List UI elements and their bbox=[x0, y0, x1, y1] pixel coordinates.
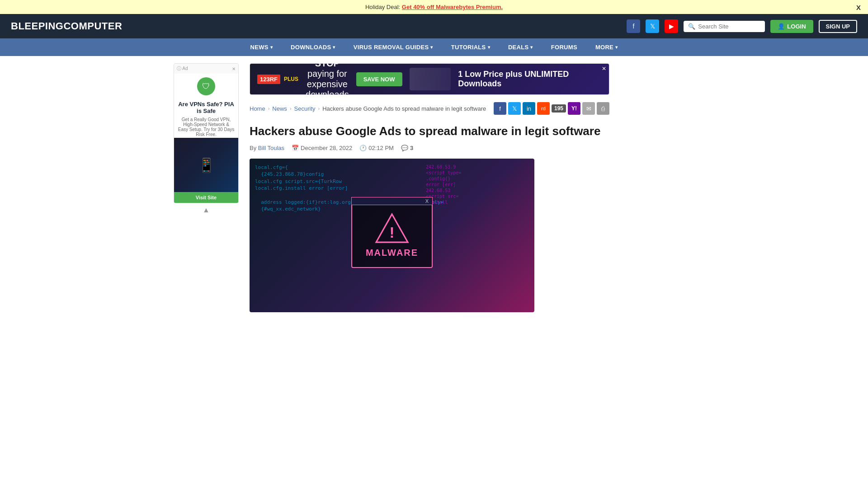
breadcrumb-arrow-3: › bbox=[318, 106, 320, 111]
article-title: Hackers abuse Google Ads to spread malwa… bbox=[250, 124, 609, 139]
right-sidebar bbox=[617, 56, 698, 327]
comments-count: 3 bbox=[410, 145, 413, 151]
nav-label-forums: FORUMS bbox=[551, 44, 577, 51]
share-count: 195 bbox=[552, 104, 566, 113]
banner-save-button[interactable]: SAVE NOW bbox=[356, 72, 402, 86]
ad-shield-icon: 🛡 bbox=[197, 77, 215, 95]
malware-box: X ! MALWARE bbox=[351, 202, 433, 268]
breadcrumb-share-row: Home › News › Security › Hackers abuse G… bbox=[250, 102, 609, 120]
share-twitter-button[interactable]: 𝕏 bbox=[508, 102, 521, 115]
scroll-top-button[interactable]: ▲ bbox=[174, 203, 239, 217]
site-logo[interactable]: BLEEPINGCOMPUTER bbox=[11, 20, 122, 32]
youtube-icon[interactable]: ▶ bbox=[665, 19, 678, 33]
breadcrumb-news[interactable]: News bbox=[272, 105, 287, 112]
code-overlay-right: 242.68.53.9 <script type= .config{} erro… bbox=[420, 159, 534, 211]
article-hero-image: local.cfg={ {245.23.868.78}config local.… bbox=[250, 159, 534, 312]
left-ad: ⓘ Ad ✕ 🛡 Are VPNs Safe? PIA is Safe Get … bbox=[174, 63, 239, 203]
ad-header: ⓘ Ad ✕ bbox=[174, 64, 238, 74]
ad-visit-button[interactable]: Visit Site bbox=[174, 192, 238, 203]
share-email-button[interactable]: ✉ bbox=[582, 102, 595, 115]
nav-arrow-news: ▾ bbox=[270, 45, 273, 50]
author-link[interactable]: Bill Toulas bbox=[258, 145, 284, 151]
main-nav: NEWS ▾ DOWNLOADS ▾ VIRUS REMOVAL GUIDES … bbox=[0, 38, 868, 56]
nav-label-virus-removal: VIRUS REMOVAL GUIDES bbox=[354, 44, 429, 51]
breadcrumb-home[interactable]: Home bbox=[250, 105, 265, 112]
date-text: December 28, 2022 bbox=[301, 145, 352, 151]
malware-box-header: X bbox=[351, 197, 433, 205]
main-content: 123RF PLUS STOP paying for expensive dow… bbox=[242, 56, 617, 327]
article-author: By Bill Toulas bbox=[250, 145, 284, 151]
search-icon: 🔍 bbox=[688, 23, 695, 30]
holiday-banner: Holiday Deal: Get 40% off Malwarebytes P… bbox=[0, 0, 868, 14]
date-icon: 📅 bbox=[292, 145, 299, 151]
svg-text:!: ! bbox=[390, 224, 395, 241]
nav-item-forums[interactable]: FORUMS bbox=[542, 38, 586, 56]
twitter-icon[interactable]: 𝕏 bbox=[646, 19, 659, 33]
comments-icon: 💬 bbox=[401, 145, 408, 151]
ad-label: ⓘ Ad bbox=[177, 66, 188, 72]
banner-close-icon[interactable]: ✕ bbox=[602, 66, 606, 72]
warning-triangle-icon: ! bbox=[374, 212, 410, 244]
content-wrapper: ⓘ Ad ✕ 🛡 Are VPNs Safe? PIA is Safe Get … bbox=[163, 56, 705, 327]
share-facebook-button[interactable]: f bbox=[494, 102, 506, 115]
nav-arrow-deals: ▾ bbox=[530, 45, 533, 50]
ad-close-icon[interactable]: ✕ bbox=[232, 66, 236, 71]
search-box: 🔍 bbox=[684, 21, 765, 32]
logo-part2: COMPUTER bbox=[63, 20, 122, 32]
nav-item-tutorials[interactable]: TUTORIALS ▾ bbox=[442, 38, 499, 56]
nav-label-more: MORE bbox=[595, 44, 613, 51]
breadcrumb-security[interactable]: Security bbox=[294, 105, 316, 112]
nav-arrow-tutorials: ▾ bbox=[488, 45, 490, 50]
site-header: BLEEPINGCOMPUTER f 𝕏 ▶ 🔍 👤 LOGIN SIGN UP bbox=[0, 14, 868, 38]
time-icon: 🕐 bbox=[359, 145, 367, 151]
breadcrumb-arrow-2: › bbox=[290, 106, 292, 111]
nav-item-virus-removal[interactable]: VIRUS REMOVAL GUIDES ▾ bbox=[344, 38, 442, 56]
facebook-icon[interactable]: f bbox=[627, 19, 640, 33]
breadcrumb: Home › News › Security › Hackers abuse G… bbox=[250, 105, 486, 112]
breadcrumb-current: Hackers abuse Google Ads to spread malwa… bbox=[322, 105, 486, 112]
banner-logo: 123RF PLUS bbox=[257, 75, 298, 84]
login-button[interactable]: 👤 LOGIN bbox=[770, 20, 813, 33]
ad-subtitle: Get a Really Good VPN, High-Speed Networ… bbox=[174, 116, 238, 138]
share-linkedin-button[interactable]: in bbox=[523, 102, 535, 115]
banner-logo-text: 123RF bbox=[257, 75, 280, 84]
nav-item-deals[interactable]: DEALS ▾ bbox=[499, 38, 542, 56]
author-prefix: By bbox=[250, 145, 256, 151]
left-sidebar: ⓘ Ad ✕ 🛡 Are VPNs Safe? PIA is Safe Get … bbox=[170, 56, 242, 327]
malware-screen: X ! MALWARE bbox=[351, 202, 433, 268]
article-meta: By Bill Toulas 📅 December 28, 2022 🕐 02:… bbox=[250, 145, 609, 151]
article-time: 🕐 02:12 PM bbox=[359, 145, 394, 151]
login-label: LOGIN bbox=[787, 23, 806, 30]
nav-label-news: NEWS bbox=[250, 44, 269, 51]
ad-title: Are VPNs Safe? PIA is Safe bbox=[174, 99, 238, 116]
nav-item-news[interactable]: NEWS ▾ bbox=[241, 38, 282, 56]
article-comments[interactable]: 💬 3 bbox=[401, 145, 413, 151]
ad-image: 📱 bbox=[174, 138, 238, 192]
header-right: f 𝕏 ▶ 🔍 👤 LOGIN SIGN UP bbox=[627, 19, 857, 33]
banner-plus-label: PLUS bbox=[284, 76, 298, 82]
holiday-link[interactable]: Get 40% off Malwarebytes Premium. bbox=[402, 4, 503, 10]
logo-part1: BLEEPING bbox=[11, 20, 63, 32]
nav-label-deals: DEALS bbox=[508, 44, 529, 51]
nav-item-downloads[interactable]: DOWNLOADS ▾ bbox=[282, 38, 344, 56]
holiday-text: Holiday Deal: bbox=[365, 4, 402, 10]
search-input[interactable] bbox=[698, 23, 760, 30]
malware-label: MALWARE bbox=[366, 248, 418, 258]
article-date: 📅 December 28, 2022 bbox=[292, 145, 352, 151]
top-banner-ad: 123RF PLUS STOP paying for expensive dow… bbox=[250, 63, 609, 95]
signup-button[interactable]: SIGN UP bbox=[819, 20, 857, 33]
share-reddit-button[interactable]: rd bbox=[537, 102, 550, 115]
login-icon: 👤 bbox=[778, 23, 785, 30]
nav-arrow-more: ▾ bbox=[615, 45, 618, 50]
holiday-close-button[interactable]: X bbox=[856, 3, 861, 11]
share-yahoo-button[interactable]: Y! bbox=[568, 102, 580, 115]
share-print-button[interactable]: ⎙ bbox=[597, 102, 609, 115]
nav-label-downloads: DOWNLOADS bbox=[291, 44, 331, 51]
banner-headline: STOP paying for expensive downloads bbox=[306, 63, 349, 95]
nav-arrow-downloads: ▾ bbox=[333, 45, 335, 50]
nav-label-tutorials: TUTORIALS bbox=[451, 44, 486, 51]
window-close-icon: X bbox=[425, 198, 429, 204]
time-text: 02:12 PM bbox=[368, 145, 394, 151]
nav-item-more[interactable]: MORE ▾ bbox=[586, 38, 627, 56]
share-row: f 𝕏 in rd 195 Y! ✉ ⎙ bbox=[494, 102, 609, 115]
